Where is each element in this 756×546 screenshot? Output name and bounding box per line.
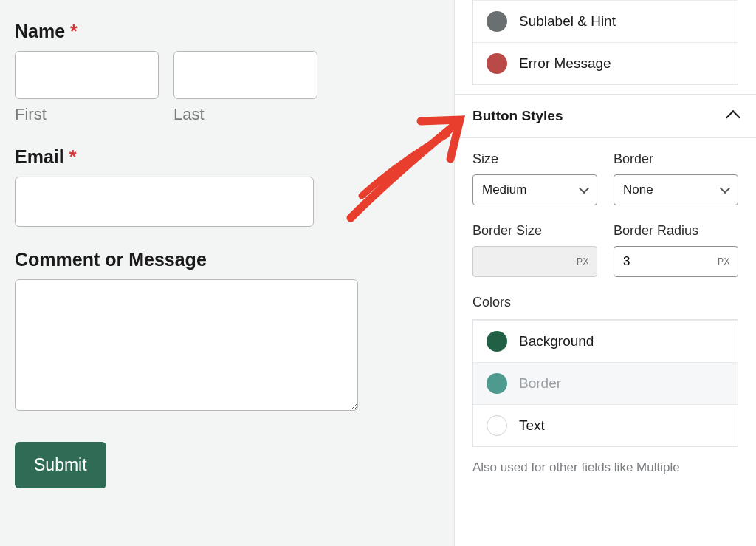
border-size-input: PX	[472, 246, 597, 277]
size-select[interactable]: Medium	[472, 174, 597, 205]
border-select[interactable]: None	[614, 174, 738, 205]
size-label: Size	[472, 151, 597, 167]
help-text: Also used for other fields like Multiple	[472, 459, 738, 477]
comment-label: Comment or Message	[15, 249, 439, 270]
color-background[interactable]: Background	[473, 320, 738, 362]
button-styles-body: Size Medium Border None Border Size P	[455, 138, 756, 477]
option-error-message[interactable]: Error Message	[473, 42, 738, 84]
unit-label: PX	[577, 256, 589, 267]
name-label: Name *	[15, 21, 439, 42]
chevron-down-icon	[579, 183, 589, 194]
required-asterisk: *	[69, 146, 77, 167]
comment-field-group: Comment or Message	[15, 249, 439, 414]
swatch-icon	[487, 53, 507, 74]
border-radius-control: Border Radius 3 PX	[614, 223, 738, 277]
color-label: Text	[519, 417, 545, 434]
border-size-control: Border Size PX	[472, 223, 597, 277]
button-styles-header[interactable]: Button Styles	[455, 94, 756, 138]
color-label: Background	[519, 333, 594, 349]
email-label: Email *	[15, 146, 439, 168]
border-label: Border	[614, 151, 738, 167]
comment-textarea[interactable]	[15, 279, 358, 411]
colors-heading: Colors	[472, 295, 738, 310]
size-control: Size Medium	[472, 151, 597, 205]
unit-label: PX	[718, 256, 730, 267]
swatch-icon	[487, 415, 507, 436]
size-value: Medium	[482, 182, 526, 197]
button-colors-list: Background Border Text	[472, 319, 738, 447]
color-border[interactable]: Border	[473, 362, 738, 404]
swatch-icon	[487, 11, 507, 32]
required-asterisk: *	[70, 21, 78, 41]
border-size-label: Border Size	[472, 223, 597, 239]
last-sublabel: Last	[173, 105, 317, 124]
chevron-up-icon	[726, 110, 740, 125]
settings-sidebar: Sublabel & Hint Error Message Button Sty…	[454, 0, 756, 546]
option-sublabel-hint[interactable]: Sublabel & Hint	[473, 0, 738, 42]
name-field-group: Name * First Last	[15, 21, 439, 124]
border-control: Border None	[614, 151, 738, 205]
border-value: None	[623, 182, 653, 197]
color-label: Border	[519, 375, 561, 392]
email-input[interactable]	[15, 177, 314, 227]
border-radius-value: 3	[623, 254, 630, 269]
option-label: Sublabel & Hint	[519, 13, 616, 30]
form-preview-panel: Name * First Last Email * Comment or Mes…	[0, 0, 454, 546]
border-radius-label: Border Radius	[614, 223, 738, 239]
name-label-text: Name	[15, 21, 65, 41]
first-sublabel: First	[15, 105, 159, 124]
border-radius-input[interactable]: 3 PX	[614, 246, 738, 277]
chevron-down-icon	[720, 183, 730, 194]
submit-button[interactable]: Submit	[15, 442, 106, 488]
top-color-options: Sublabel & Hint Error Message	[472, 0, 738, 85]
color-text[interactable]: Text	[473, 404, 738, 446]
swatch-icon	[487, 331, 507, 352]
section-title: Button Styles	[472, 108, 563, 124]
last-name-input[interactable]	[173, 51, 317, 99]
swatch-icon	[487, 373, 507, 394]
first-name-input[interactable]	[15, 51, 159, 99]
option-label: Error Message	[519, 55, 611, 72]
email-field-group: Email *	[15, 146, 439, 227]
email-label-text: Email	[15, 146, 64, 167]
